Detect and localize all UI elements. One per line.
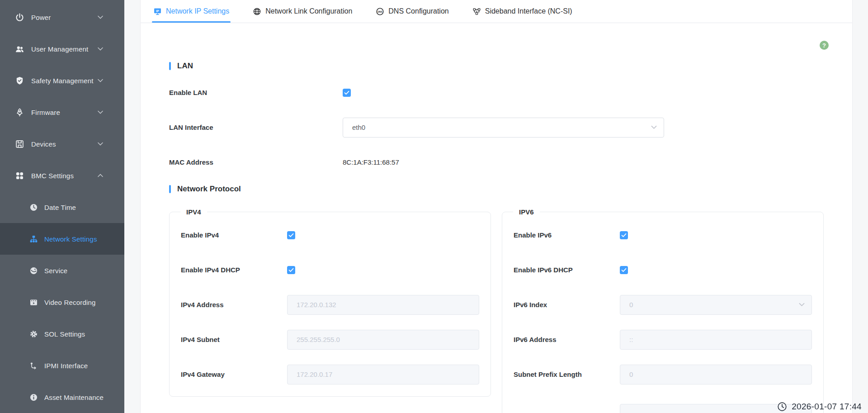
enable-ipv6-dhcp-row: Enable IPv6 DHCP: [514, 252, 812, 287]
ipv6-legend: IPV6: [513, 207, 540, 217]
sidebar-item-label: Safety Management: [31, 77, 94, 85]
ipv4-gateway-label: IPv4 Gateway: [181, 370, 287, 378]
ipv4-gateway-input: [287, 365, 479, 385]
enable-ipv4-row: Enable IPv4: [181, 218, 479, 252]
sidebar-item-label: BMC Settings: [31, 172, 74, 180]
chevron-down-icon: [651, 125, 657, 129]
svg-text:IP: IP: [156, 9, 159, 12]
main-area: IP Network IP Settings Network Link Conf…: [124, 0, 868, 413]
ipv4-address-label: IPv4 Address: [181, 301, 287, 309]
lan-interface-select[interactable]: eth0: [343, 118, 664, 138]
section-accent-bar: [169, 185, 171, 193]
info-icon: [29, 393, 38, 402]
enable-ipv6-dhcp-checkbox[interactable]: [620, 266, 628, 274]
chevron-down-icon: [799, 303, 805, 307]
clock-icon: [29, 203, 38, 212]
ipv4-subnet-input: [287, 330, 479, 350]
chevron-down-icon: [98, 47, 103, 51]
chevron-down-icon: [98, 15, 103, 19]
lan-interface-label: LAN Interface: [169, 123, 343, 131]
subnet-prefix-length-row: Subnet Prefix Length: [514, 357, 812, 392]
ipv6-index-select: 0: [620, 295, 812, 315]
dns-icon: DNS: [376, 7, 384, 16]
ncsi-icon: [472, 7, 481, 16]
lan-section-title: LAN: [169, 23, 824, 71]
enable-ipv4-dhcp-label: Enable IPv4 DHCP: [181, 266, 287, 274]
ipv4-gateway-row: IPv4 Gateway: [181, 357, 479, 392]
ipv6-address-input: [620, 330, 812, 350]
ipv4-address-row: IPv4 Address: [181, 287, 479, 322]
tab-dns-configuration[interactable]: DNS DNS Configuration: [376, 0, 448, 23]
globe-icon: [253, 7, 261, 16]
sidebar-item-label: Network Settings: [44, 235, 97, 243]
ipv6-index-label: IPv6 Index: [514, 301, 620, 309]
sidebar-item-label: Firmware: [31, 109, 60, 116]
sidebar-item-label: Service: [44, 267, 67, 275]
sidebar-item-service[interactable]: Service: [0, 255, 124, 286]
sidebar-item-label: Asset Maintenance: [44, 394, 104, 401]
floppy-icon: [15, 139, 24, 149]
enable-ipv6-row: Enable IPv6: [514, 218, 812, 252]
chevron-up-icon: [98, 174, 103, 177]
ipv4-fieldset: IPV4 Enable IPv4 Enable IPv4 DHCP: [169, 212, 491, 397]
ipv4-address-input: [287, 295, 479, 315]
sidebar-item-label: SOL Settings: [44, 330, 85, 338]
clock-icon: [777, 402, 787, 412]
sidebar-item-label: Date Time: [44, 204, 76, 211]
users-icon: [15, 44, 24, 54]
ipv4-subnet-row: IPv4 Subnet: [181, 322, 479, 357]
sidebar-item-power[interactable]: Power: [0, 1, 124, 33]
sidebar-item-firmware[interactable]: Firmware: [0, 96, 124, 128]
ipv6-index-value: 0: [629, 301, 633, 309]
lan-interface-row: LAN Interface eth0: [169, 110, 824, 145]
network-protocol-section-title: Network Protocol: [169, 185, 824, 194]
settings-content: LAN Enable LAN LAN Interface eth0: [141, 23, 852, 413]
sidebar-item-video-recording[interactable]: Video Recording: [0, 286, 124, 318]
enable-ipv6-label: Enable IPv6: [514, 231, 620, 239]
tab-label: Sideband Interface (NC-SI): [485, 7, 572, 15]
chevron-down-icon: [98, 79, 103, 82]
subnet-prefix-length-label: Subnet Prefix Length: [514, 370, 620, 378]
sidebar-item-network-settings[interactable]: Network Settings: [0, 223, 124, 255]
subnet-prefix-length-input: [620, 365, 812, 385]
sidebar-item-safety-management[interactable]: Safety Management: [0, 65, 124, 96]
tab-label: Network IP Settings: [166, 7, 229, 15]
sidebar-item-label: Video Recording: [44, 299, 96, 306]
sidebar-item-sol-settings[interactable]: SOL Settings: [0, 318, 124, 350]
enable-ipv6-dhcp-label: Enable IPv6 DHCP: [514, 266, 620, 274]
sidebar-item-devices[interactable]: Devices: [0, 128, 124, 160]
svg-text:DNS: DNS: [377, 10, 382, 13]
ipv6-index-row: IPv6 Index 0: [514, 287, 812, 322]
sidebar-item-user-management[interactable]: User Management: [0, 33, 124, 65]
sidebar-item-label: Power: [31, 14, 51, 21]
enable-ipv4-checkbox[interactable]: [287, 231, 295, 239]
sidebar-item-asset-maintenance[interactable]: Asset Maintenance: [0, 381, 124, 413]
mac-address-row: MAC Address 8C:1A:F3:11:68:57: [169, 145, 824, 180]
enable-ipv4-dhcp-checkbox[interactable]: [287, 266, 295, 274]
tab-sideband-interface[interactable]: Sideband Interface (NC-SI): [472, 0, 572, 23]
lan-form: Enable LAN LAN Interface eth0: [169, 75, 824, 180]
mac-address-label: MAC Address: [169, 158, 343, 166]
datetime-widget: 2026-01-07 17:44: [777, 402, 862, 412]
check-icon: [621, 233, 627, 237]
tab-network-ip-settings[interactable]: IP Network IP Settings: [153, 0, 229, 23]
sidebar-item-label: User Management: [31, 45, 88, 53]
check-icon: [288, 268, 294, 272]
ipv6-address-row: IPv6 Address: [514, 322, 812, 357]
ipv4-subnet-label: IPv4 Subnet: [181, 336, 287, 343]
rocket-icon: [15, 108, 24, 117]
sidebar-item-label: IPMI Interface: [44, 362, 88, 370]
check-icon: [344, 90, 349, 95]
tab-network-link-configuration[interactable]: Network Link Configuration: [253, 0, 352, 23]
enable-lan-checkbox[interactable]: [343, 89, 351, 97]
sidebar-item-bmc-settings[interactable]: BMC Settings: [0, 160, 124, 191]
power-icon: [15, 13, 24, 22]
enable-ipv4-label: Enable IPv4: [181, 231, 287, 239]
sidebar-item-date-time[interactable]: Date Time: [0, 191, 124, 223]
network-tree-icon: [29, 235, 38, 243]
datetime-text: 2026-01-07 17:44: [792, 402, 862, 412]
branch-icon: [29, 361, 38, 370]
enable-ipv6-checkbox[interactable]: [620, 231, 628, 239]
sidebar-item-label: Devices: [31, 140, 56, 148]
sidebar-item-ipmi-interface[interactable]: IPMI Interface: [0, 350, 124, 381]
